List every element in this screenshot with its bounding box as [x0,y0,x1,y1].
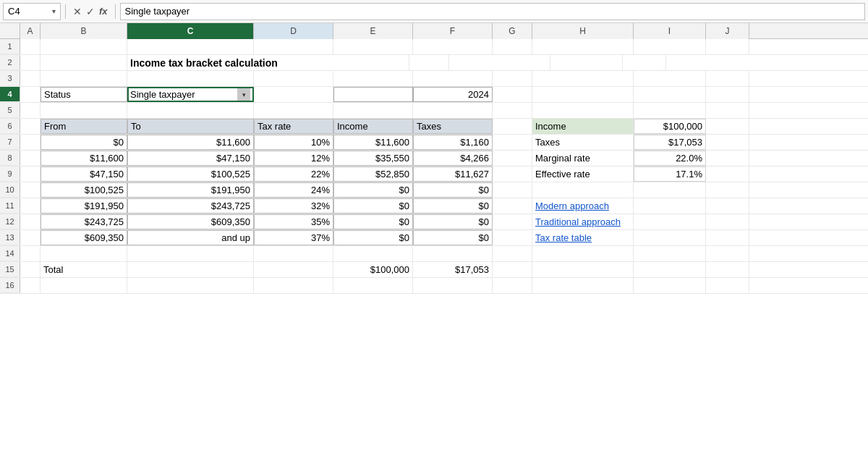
cell-e11[interactable]: $0 [333,198,413,214]
cell-g9[interactable] [493,166,532,182]
col-header-j[interactable]: J [706,23,749,39]
cell-a11[interactable] [20,198,41,214]
cell-b11[interactable]: $191,950 [41,198,127,214]
cell-j13[interactable] [706,230,749,245]
cell-c13[interactable]: and up [127,230,254,245]
cell-e12[interactable]: $0 [333,214,413,229]
cell-j14[interactable] [706,246,749,261]
cell-c1[interactable] [127,39,254,54]
cell-f1[interactable] [413,39,493,54]
cell-a15[interactable] [20,262,41,277]
cell-c14[interactable] [127,246,254,261]
col-header-e[interactable]: E [333,23,413,39]
cell-c10[interactable]: $191,950 [127,182,254,198]
col-header-g[interactable]: G [493,23,532,39]
cell-f8[interactable]: $4,266 [413,151,493,166]
col-header-h[interactable]: H [532,23,634,39]
fx-icon[interactable]: fx [99,6,108,17]
cell-b5[interactable] [41,103,127,118]
cell-e10[interactable]: $0 [333,182,413,198]
cell-j7[interactable] [706,135,749,150]
cell-c16[interactable] [127,278,254,293]
cell-b4[interactable]: Status [41,87,127,102]
cell-i11[interactable] [634,198,706,214]
formula-content[interactable]: Single taxpayer [120,3,865,20]
cell-a5[interactable] [20,103,41,118]
cell-d11[interactable]: 32% [254,198,333,214]
cell-a7[interactable] [20,135,41,150]
cell-c11[interactable]: $243,725 [127,198,254,214]
cell-j3[interactable] [706,71,749,86]
cell-f12[interactable]: $0 [413,214,493,229]
cell-i15[interactable] [634,262,706,277]
cell-f3[interactable] [413,71,493,86]
cell-j9[interactable] [706,166,749,182]
cell-i5[interactable] [634,103,706,118]
cell-c3[interactable] [127,71,254,86]
cell-j12[interactable] [706,214,749,229]
dropdown-arrow-icon[interactable]: ▾ [237,88,250,101]
cell-g4[interactable] [493,87,532,102]
cell-e5[interactable] [333,103,413,118]
cell-f9[interactable]: $11,627 [413,166,493,182]
cell-c5[interactable] [127,103,254,118]
cell-a9[interactable] [20,166,41,182]
cell-d16[interactable] [254,278,333,293]
cell-j5[interactable] [706,103,749,118]
cell-f10[interactable]: $0 [413,182,493,198]
cell-g12[interactable] [493,214,532,229]
cell-h2[interactable] [449,55,550,70]
cell-d4[interactable] [254,87,333,102]
cell-a10[interactable] [20,182,41,198]
cell-h13[interactable]: Tax rate table [532,230,634,245]
cell-i16[interactable] [634,278,706,293]
cell-i3[interactable] [634,71,706,86]
cell-g16[interactable] [493,278,532,293]
cell-i12[interactable] [634,214,706,229]
cell-a2[interactable] [20,55,41,70]
cell-d7[interactable]: 10% [254,135,333,150]
cell-e7[interactable]: $11,600 [333,135,413,150]
cell-c2[interactable]: Income tax bracket calculation [127,55,409,70]
cell-b9[interactable]: $47,150 [41,166,127,182]
cell-g13[interactable] [493,230,532,245]
cell-c15[interactable] [127,262,254,277]
cell-h10[interactable] [532,182,634,198]
modern-approach-link[interactable]: Modern approach [535,200,609,211]
cell-b8[interactable]: $11,600 [41,151,127,166]
cell-g7[interactable] [493,135,532,150]
cell-a12[interactable] [20,214,41,229]
col-header-f[interactable]: F [413,23,493,39]
cell-g2[interactable] [409,55,449,70]
cell-g14[interactable] [493,246,532,261]
cell-g15[interactable] [493,262,532,277]
cell-c8[interactable]: $47,150 [127,151,254,166]
cell-h5[interactable] [532,103,634,118]
cell-c9[interactable]: $100,525 [127,166,254,182]
cell-h15[interactable] [532,262,634,277]
cell-j10[interactable] [706,182,749,198]
cell-d1[interactable] [254,39,333,54]
cell-d8[interactable]: 12% [254,151,333,166]
cell-e14[interactable] [333,246,413,261]
cell-b3[interactable] [41,71,127,86]
cell-j1[interactable] [706,39,749,54]
cell-b10[interactable]: $100,525 [41,182,127,198]
traditional-approach-link[interactable]: Traditional approach [535,216,621,227]
cell-b14[interactable] [41,246,127,261]
cell-f16[interactable] [413,278,493,293]
cell-f14[interactable] [413,246,493,261]
cell-g3[interactable] [493,71,532,86]
cell-d5[interactable] [254,103,333,118]
cell-f7[interactable]: $1,160 [413,135,493,150]
cell-h12[interactable]: Traditional approach [532,214,634,229]
cell-a4[interactable] [20,87,41,102]
cell-a3[interactable] [20,71,41,86]
cell-a14[interactable] [20,246,41,261]
cell-g8[interactable] [493,151,532,166]
cancel-icon[interactable]: ✕ [73,6,82,17]
cell-i1[interactable] [634,39,706,54]
cell-reference-box[interactable]: C4 ▾ [3,3,61,20]
cell-j4[interactable] [706,87,749,102]
cell-d3[interactable] [254,71,333,86]
